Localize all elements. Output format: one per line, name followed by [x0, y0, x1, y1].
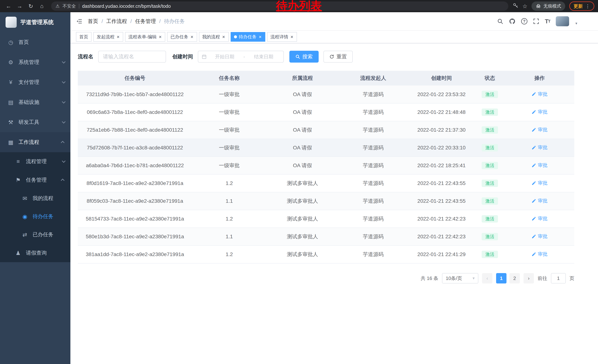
table-row: 381aa1dd-7ac8-11ec-a9e2-a2380e71991a 1.2…	[78, 245, 574, 263]
tab-close-icon[interactable]: ×	[222, 34, 225, 39]
status-badge: 激活	[482, 162, 498, 169]
sidebar-item-workflow[interactable]: ▦ 工作流程	[0, 132, 70, 152]
approve-link[interactable]: 审批	[532, 215, 548, 222]
sidebar-item-todo-task[interactable]: ◉ 待办任务	[0, 207, 70, 226]
tab[interactable]: 首页	[76, 32, 91, 42]
approve-link[interactable]: 审批	[532, 162, 548, 169]
approve-link[interactable]: 审批	[532, 91, 548, 97]
github-icon[interactable]	[509, 18, 515, 25]
page-number-button[interactable]: 1	[496, 273, 507, 283]
process-name-label: 流程名	[78, 53, 93, 60]
sidebar-item-done-task[interactable]: ⇄ 已办任务	[0, 226, 70, 244]
goto-page-input[interactable]	[551, 273, 566, 283]
status-badge: 激活	[482, 108, 498, 116]
tab-close-icon[interactable]: ×	[158, 34, 162, 39]
reset-button[interactable]: 重置	[324, 51, 353, 63]
tab[interactable]: 发起流程 ×	[93, 32, 123, 42]
cell-process: OA 请假	[266, 121, 339, 139]
back-icon[interactable]: ←	[4, 1, 13, 11]
cell-starter: 芋道源码	[339, 174, 408, 192]
user-avatar[interactable]	[556, 16, 569, 26]
chevron-down-icon	[62, 159, 66, 163]
breadcrumb-separator: /	[101, 18, 103, 24]
sidebar-item-devtools[interactable]: ⚒ 研发工具	[0, 112, 70, 132]
status-badge: 激活	[482, 233, 498, 240]
tab[interactable]: 已办任务 ×	[167, 32, 197, 42]
sidebar-item-task-management[interactable]: ⚑ 任务管理	[0, 171, 70, 189]
key-icon[interactable]	[513, 3, 518, 10]
cell-starter: 芋道源码	[339, 157, 408, 174]
cell-create-time: 2022-01-22 20:33:10	[408, 139, 475, 157]
cell-task-name: 一级审批	[192, 157, 266, 174]
tab-close-icon[interactable]: ×	[190, 34, 194, 39]
goto-unit: 页	[569, 275, 574, 282]
tab-close-icon[interactable]: ×	[258, 34, 262, 39]
cell-task-id: 58154733-7ac8-11ec-a9e2-a2380e71991a	[78, 210, 192, 228]
sidebar-logo[interactable]: 芋道管理系统	[0, 12, 70, 32]
fullscreen-icon[interactable]	[533, 18, 539, 24]
create-time-label: 创建时间	[172, 53, 193, 60]
date-range-picker[interactable]: 开始日期 - 结束日期	[198, 51, 284, 63]
table-row: 73211d9d-7b9b-11ec-b5b7-acde48001122 一级审…	[78, 86, 574, 103]
approve-link[interactable]: 审批	[532, 198, 548, 204]
sidebar-item-infrastructure[interactable]: ▤ 基础设施	[0, 92, 70, 112]
help-icon[interactable]: ?	[521, 18, 527, 24]
sidebar-item-my-process[interactable]: ✉ 我的流程	[0, 189, 70, 207]
cell-process: OA 请假	[266, 157, 339, 174]
cell-starter: 芋道源码	[339, 121, 408, 139]
avatar-caret-icon[interactable]: ▾	[575, 21, 577, 26]
cell-task-id: 75d72608-7b7f-11ec-a3c8-acde48001122	[78, 139, 192, 157]
sidebar-item-label: 流程管理	[26, 158, 47, 165]
prev-page-button[interactable]: ‹	[482, 273, 492, 283]
forward-icon[interactable]: →	[15, 1, 25, 11]
browser-menu-icon[interactable]: ⋮	[585, 4, 590, 9]
page-size-select[interactable]: 10条/页 ▾	[442, 273, 478, 283]
next-page-button[interactable]: ›	[523, 273, 534, 283]
bookmark-star-icon[interactable]: ☆	[523, 3, 527, 9]
tab-close-icon[interactable]: ×	[116, 34, 120, 39]
edit-pencil-icon	[532, 127, 536, 132]
collapse-sidebar-icon[interactable]	[76, 18, 83, 25]
update-button[interactable]: 更新 ⋮	[569, 1, 594, 11]
status-badge: 激活	[482, 180, 498, 187]
reload-icon[interactable]: ↻	[26, 1, 36, 11]
breadcrumb-workflow[interactable]: 工作流程	[106, 18, 127, 25]
header-starter: 流程发起人	[339, 71, 408, 86]
total-count: 共 16 条	[421, 275, 438, 282]
approve-link[interactable]: 审批	[532, 233, 548, 240]
list-icon: ≡	[15, 158, 22, 165]
tab[interactable]: 流程详情 ×	[267, 32, 297, 42]
cell-process: 测试多审批人	[266, 210, 339, 228]
search-icon[interactable]	[497, 18, 503, 24]
cell-create-time: 2022-01-22 21:37:30	[408, 121, 475, 139]
approve-link[interactable]: 审批	[532, 251, 548, 257]
status-badge: 激活	[482, 144, 498, 152]
cell-task-name: 1.1	[192, 192, 266, 210]
tab[interactable]: 我的流程 ×	[199, 32, 229, 42]
home-icon[interactable]: ⌂	[37, 1, 47, 11]
font-size-icon[interactable]: TT	[545, 18, 550, 25]
cell-task-id: 73211d9d-7b9b-11ec-b5b7-acde48001122	[78, 86, 192, 103]
sidebar-item-system[interactable]: ⚙ 系统管理	[0, 52, 70, 72]
cell-starter: 芋道源码	[339, 192, 408, 210]
breadcrumb-home[interactable]: 首页	[88, 18, 98, 25]
page-number-button[interactable]: 2	[509, 273, 520, 283]
tab-close-icon[interactable]: ×	[290, 34, 294, 39]
process-name-input[interactable]	[98, 51, 166, 63]
breadcrumb-separator: /	[159, 18, 161, 24]
approve-link[interactable]: 审批	[532, 180, 548, 186]
sidebar-item-process-management[interactable]: ≡ 流程管理	[0, 152, 70, 171]
approve-link[interactable]: 审批	[532, 126, 548, 133]
sidebar-item-payment[interactable]: ¥ 支付管理	[0, 72, 70, 92]
approve-link[interactable]: 审批	[532, 144, 548, 151]
sidebar-item-home[interactable]: ◷ 首页	[0, 32, 70, 52]
cell-status: 激活	[475, 192, 505, 210]
tab[interactable]: 流程表单-编辑 ×	[125, 32, 165, 42]
breadcrumb-task-management[interactable]: 任务管理	[135, 18, 156, 25]
cell-starter: 芋道源码	[339, 86, 408, 103]
approve-link[interactable]: 审批	[532, 109, 548, 115]
sidebar-item-leave-query[interactable]: ♟ 请假查询	[0, 244, 70, 262]
cell-process: 测试多审批人	[266, 192, 339, 210]
tab[interactable]: 待办任务 ×	[231, 32, 265, 42]
search-button[interactable]: 搜索	[289, 51, 319, 63]
